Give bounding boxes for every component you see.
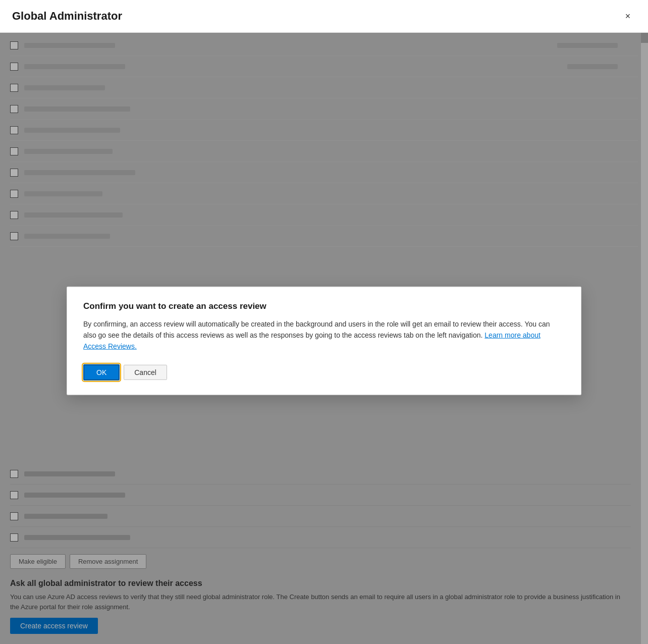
cancel-button[interactable]: Cancel [124, 364, 167, 380]
close-button[interactable]: × [620, 8, 636, 24]
confirm-dialog-title: Confirm you want to create an access rev… [83, 301, 565, 311]
content-area: Make eligible Remove assignment Ask all … [0, 33, 648, 644]
ok-button[interactable]: OK [83, 364, 120, 380]
panel-header: Global Administrator × [0, 0, 648, 33]
confirm-dialog: Confirm you want to create an access rev… [67, 286, 581, 395]
confirm-dialog-actions: OK Cancel [83, 364, 565, 380]
main-panel: Global Administrator × [0, 0, 648, 644]
confirm-dialog-body: By confirming, an access review will aut… [83, 318, 565, 352]
panel-title: Global Administrator [12, 10, 122, 23]
